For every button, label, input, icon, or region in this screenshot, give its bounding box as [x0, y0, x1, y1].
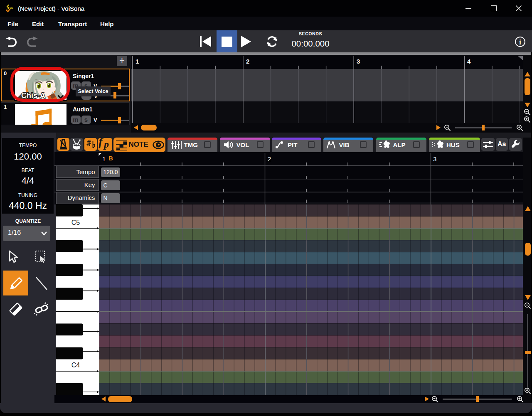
- svg-text:C4: C4: [71, 362, 80, 369]
- svg-text:C5: C5: [71, 219, 80, 226]
- svg-text:i: i: [519, 39, 521, 46]
